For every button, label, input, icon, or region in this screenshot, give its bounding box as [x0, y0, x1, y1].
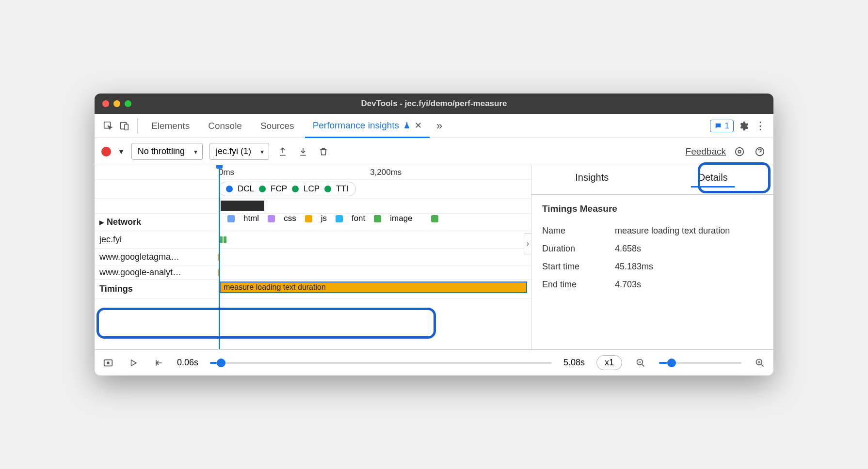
messages-count: 1 — [725, 121, 729, 131]
filmstrip-row — [95, 199, 531, 214]
field-value: measure loading text duration — [615, 226, 730, 236]
time-slider[interactable] — [210, 362, 552, 364]
upload-icon[interactable] — [276, 145, 289, 158]
svg-rect-2 — [125, 124, 128, 130]
tab-elements[interactable]: Elements — [144, 115, 197, 137]
metrics-pill[interactable]: DCL FCP LCP TTI — [219, 182, 356, 196]
image-swatch-icon — [374, 215, 381, 222]
play-icon[interactable] — [127, 356, 140, 370]
tab-console[interactable]: Console — [200, 115, 250, 137]
recording-select[interactable]: jec.fyi (1) — [209, 143, 269, 160]
chat-icon — [714, 122, 722, 130]
annotation-box — [96, 308, 436, 339]
details-tab[interactable]: Details — [653, 165, 774, 194]
slider-fill — [659, 362, 667, 364]
zoom-out-icon[interactable] — [634, 356, 647, 370]
device-toolbar-icon[interactable] — [118, 119, 131, 133]
zoom-slider[interactable] — [659, 362, 741, 364]
legend-label: html — [243, 214, 259, 223]
panel-settings-icon[interactable] — [733, 145, 746, 158]
zoom-level[interactable]: x1 — [596, 355, 622, 370]
field-row: Namemeasure loading text duration — [542, 222, 763, 240]
messages-badge[interactable]: 1 — [710, 120, 734, 132]
slider-knob[interactable] — [667, 359, 676, 367]
tab-performance-insights[interactable]: Performance insights ✕ — [305, 114, 430, 138]
overflow-swatch-icon — [431, 215, 438, 222]
network-row[interactable]: www.google-analyt… — [95, 266, 531, 280]
inspect-element-icon[interactable] — [101, 119, 115, 133]
record-button[interactable] — [101, 147, 111, 156]
network-row[interactable]: jec.fyi — [95, 231, 531, 249]
throttling-select[interactable]: No throttling — [131, 143, 203, 160]
js-swatch-icon — [305, 215, 312, 222]
network-section-toggle[interactable]: ▶ Network — [95, 217, 216, 227]
slider-knob[interactable] — [217, 359, 225, 367]
dcl-dot-icon — [226, 186, 233, 192]
network-header-row: ▶ Network html css js font image — [95, 214, 531, 231]
metric-label: TTI — [336, 184, 349, 194]
metric-label: DCL — [238, 184, 254, 194]
details-body: Timings Measure Namemeasure loading text… — [531, 195, 773, 302]
tab-label: Details — [698, 172, 728, 183]
details-panel: Insights Details Timings Measure Namemea… — [531, 165, 773, 349]
network-host: www.google-analyt… — [95, 267, 216, 278]
download-icon[interactable] — [296, 145, 310, 158]
legend-label: image — [390, 214, 412, 223]
network-legend: html css js font image — [216, 214, 531, 223]
slider-fill — [210, 362, 217, 364]
tick-label: 3,200ms — [370, 168, 402, 177]
field-key: Duration — [542, 244, 615, 254]
network-label: Network — [107, 217, 141, 227]
kebab-menu-icon[interactable]: ⋮ — [753, 119, 767, 133]
feedback-link[interactable]: Feedback — [686, 146, 726, 157]
preview-toggle-icon[interactable] — [101, 356, 115, 370]
field-value: 4.658s — [615, 244, 641, 254]
traffic-lights — [102, 100, 131, 107]
svg-point-3 — [738, 150, 741, 153]
tab-label: Performance insights — [313, 120, 399, 131]
help-icon[interactable] — [753, 145, 767, 158]
network-row[interactable]: www.googletagma… — [95, 249, 531, 266]
toolbar: ▼ No throttling jec.fyi (1) Feedback — [95, 138, 773, 165]
main-content: 0ms 3,200ms DCL FCP LCP TTI ▶ Network — [95, 165, 773, 349]
footer: 0.06s 5.08s x1 — [95, 349, 773, 375]
svg-point-4 — [736, 147, 744, 156]
field-key: Start time — [542, 262, 615, 272]
timings-label: Timings — [95, 284, 216, 294]
timeline-ruler[interactable]: 0ms 3,200ms — [95, 165, 531, 180]
tab-strip: Elements Console Sources Performance ins… — [95, 114, 773, 138]
field-row: Start time45.183ms — [542, 258, 763, 276]
network-host: jec.fyi — [95, 234, 216, 245]
close-window-button[interactable] — [102, 100, 109, 107]
zoom-in-icon[interactable] — [753, 356, 767, 370]
collapse-handle-icon[interactable]: › — [524, 233, 531, 254]
timing-measure-bar[interactable]: measure loading text duration — [220, 281, 527, 293]
settings-icon[interactable] — [737, 119, 750, 133]
minimize-window-button[interactable] — [113, 100, 120, 107]
close-tab-icon[interactable]: ✕ — [415, 120, 422, 131]
tick-label: 0ms — [219, 168, 234, 177]
maximize-window-button[interactable] — [125, 100, 131, 107]
metric-label: LCP — [304, 184, 320, 194]
divider — [137, 119, 138, 133]
jump-start-icon[interactable] — [152, 356, 165, 370]
record-dropdown-icon[interactable]: ▼ — [118, 148, 125, 156]
flask-icon — [403, 122, 411, 129]
more-tabs-icon[interactable]: » — [433, 119, 446, 133]
svg-point-7 — [107, 362, 109, 364]
collapse-triangle-icon: ▶ — [99, 219, 104, 226]
playhead-marker[interactable] — [219, 165, 220, 349]
trash-icon[interactable] — [317, 145, 330, 158]
titlebar: DevTools - jec.fyi/demo/perf-measure — [95, 94, 773, 114]
window-title: DevTools - jec.fyi/demo/perf-measure — [361, 99, 507, 109]
field-row: End time4.703s — [542, 276, 763, 294]
tti-dot-icon — [324, 186, 331, 192]
legend-label: js — [321, 214, 327, 223]
insights-tab[interactable]: Insights — [531, 165, 653, 194]
tab-sources[interactable]: Sources — [253, 115, 302, 137]
filmstrip-thumb[interactable] — [221, 201, 264, 211]
field-value: 4.703s — [615, 280, 641, 290]
request-bar[interactable] — [224, 236, 226, 243]
html-swatch-icon — [227, 215, 235, 222]
start-time: 0.06s — [177, 358, 198, 368]
